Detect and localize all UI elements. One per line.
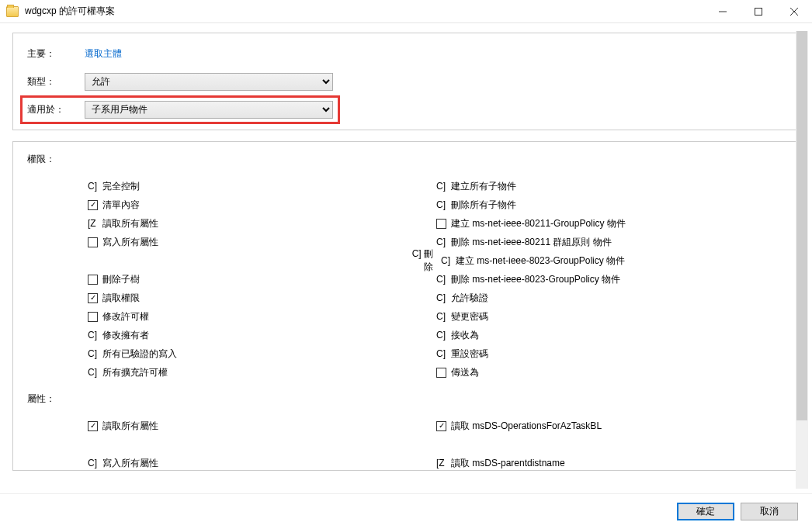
- checkbox-state[interactable]: C]: [441, 255, 451, 266]
- principal-label: 主要：: [27, 47, 85, 61]
- permission-item[interactable]: 寫入所有屬性: [88, 233, 436, 251]
- permission-text: 寫入所有屬性: [102, 457, 158, 470]
- permission-item[interactable]: C]刪除所有子物件: [436, 195, 785, 214]
- window-title: wdgcxp 的許可權專案: [25, 5, 705, 18]
- dialog-footer: 確定 取消: [0, 493, 812, 529]
- maximize-button[interactable]: [741, 0, 776, 23]
- permission-item[interactable]: C]刪除 ms-net-ieee-80211 群組原則 物件: [436, 233, 785, 251]
- permission-item[interactable]: C]建立所有子物件: [436, 177, 785, 195]
- applies-to-label: 適用於：: [27, 103, 85, 116]
- permission-text: 接收為: [451, 329, 479, 342]
- permission-text: 清單內容: [102, 199, 140, 212]
- permission-item[interactable]: [88, 251, 436, 270]
- attributes-label: 屬性：: [27, 392, 785, 406]
- permission-text: 刪除所有子物件: [451, 199, 516, 212]
- title-bar: wdgcxp 的許可權專案: [0, 0, 812, 23]
- checkbox-state[interactable]: C]: [436, 311, 446, 322]
- checkbox-state[interactable]: [Z: [436, 458, 446, 468]
- permission-text: 讀取 msDS-OperationsForAzTaskBL: [451, 420, 602, 433]
- permission-text: 重設密碼: [451, 347, 488, 361]
- permission-text: 修改許可權: [102, 310, 149, 323]
- permission-text: 刪除 ms-net-ieee-80211 群組原則 物件: [451, 236, 612, 249]
- permission-text: 修改擁有者: [102, 329, 149, 342]
- permission-item[interactable]: C]允許驗證: [436, 289, 785, 307]
- permission-item[interactable]: C]修改擁有者: [88, 326, 436, 344]
- permission-text: 所有已驗證的寫入: [102, 347, 177, 361]
- applies-to-highlight: 適用於： 子系用戶物件: [20, 95, 340, 124]
- type-label: 類型：: [27, 75, 85, 88]
- permission-item[interactable]: 讀取權限: [88, 289, 436, 307]
- header-panel: 主要： 選取主體 類型： 允許 適用於： 子系用戶物件: [12, 33, 800, 130]
- permission-item[interactable]: 讀取所有屬性: [88, 417, 436, 435]
- checkbox-state[interactable]: C]: [436, 274, 446, 285]
- permission-text: 建立所有子物件: [451, 180, 516, 193]
- permissions-label: 權限：: [27, 153, 785, 166]
- applies-to-select[interactable]: 子系用戶物件: [85, 101, 333, 119]
- attributes-grid: 讀取所有屬性C]寫入所有屬性 讀取 msDS-OperationsForAzTa…: [27, 417, 785, 471]
- permission-item[interactable]: C]重設密碼: [436, 344, 785, 363]
- permission-text: 讀取權限: [102, 292, 140, 305]
- permission-text: 傳送為: [451, 366, 479, 379]
- permission-text: 讀取所有屬性: [102, 217, 158, 230]
- permission-prefix: C] 刪除: [411, 247, 436, 274]
- checkbox-icon[interactable]: [88, 421, 98, 431]
- permission-text: 讀取所有屬性: [102, 420, 158, 433]
- permission-item[interactable]: C]所有擴充許可權: [88, 363, 436, 382]
- permission-item[interactable]: C]完全控制: [88, 177, 436, 195]
- permission-text: 寫入所有屬性: [102, 236, 158, 249]
- permission-item[interactable]: [436, 435, 785, 454]
- permission-item[interactable]: 讀取 msDS-OperationsForAzTaskBL: [436, 417, 785, 435]
- checkbox-state[interactable]: C]: [436, 348, 446, 359]
- ok-button[interactable]: 確定: [677, 503, 734, 520]
- checkbox-state[interactable]: C]: [88, 458, 98, 468]
- checkbox-icon[interactable]: [88, 312, 98, 322]
- permission-item[interactable]: C] 刪除C]建立 ms-net-ieee-8023-GroupPolicy 物…: [436, 251, 785, 270]
- scrollbar-thumb[interactable]: [796, 31, 807, 420]
- permission-item[interactable]: 建立 ms-net-ieee-80211-GroupPolicy 物件: [436, 214, 785, 233]
- checkbox-state[interactable]: C]: [436, 199, 446, 210]
- folder-icon: [6, 6, 19, 17]
- permission-item[interactable]: 清單內容: [88, 195, 436, 214]
- permission-text: 刪除 ms-net-ieee-8023-GroupPolicy 物件: [451, 273, 620, 286]
- checkbox-state[interactable]: C]: [436, 330, 446, 341]
- checkbox-icon[interactable]: [88, 237, 98, 247]
- permission-text: 建立 ms-net-ieee-8023-GroupPolicy 物件: [456, 254, 625, 268]
- permission-item[interactable]: C]刪除 ms-net-ieee-8023-GroupPolicy 物件: [436, 270, 785, 289]
- svg-rect-1: [755, 8, 762, 15]
- permission-text: 完全控制: [102, 180, 140, 193]
- permission-item[interactable]: 修改許可權: [88, 307, 436, 326]
- checkbox-state[interactable]: [Z: [88, 218, 98, 229]
- checkbox-state[interactable]: C]: [88, 367, 98, 378]
- vertical-scrollbar[interactable]: [796, 31, 808, 489]
- permission-item[interactable]: [Z讀取 msDS-parentdistname: [436, 454, 785, 471]
- checkbox-icon[interactable]: [88, 275, 98, 285]
- permission-text: 所有擴充許可權: [102, 366, 168, 379]
- permission-item[interactable]: 傳送為: [436, 363, 785, 382]
- permission-text: 建立 ms-net-ieee-80211-GroupPolicy 物件: [451, 217, 626, 230]
- permission-item[interactable]: C]寫入所有屬性: [88, 454, 436, 471]
- checkbox-state[interactable]: C]: [88, 181, 98, 192]
- checkbox-icon[interactable]: [88, 200, 98, 210]
- checkbox-state[interactable]: C]: [88, 330, 98, 341]
- permission-item[interactable]: [Z讀取所有屬性: [88, 214, 436, 233]
- close-button[interactable]: [776, 0, 812, 23]
- checkbox-icon[interactable]: [436, 421, 446, 431]
- checkbox-state[interactable]: C]: [436, 237, 446, 247]
- type-select[interactable]: 允許: [85, 73, 333, 91]
- select-principal-link[interactable]: 選取主體: [85, 47, 122, 61]
- checkbox-icon[interactable]: [88, 293, 98, 303]
- permission-item[interactable]: C]變更密碼: [436, 307, 785, 326]
- checkbox-icon[interactable]: [436, 368, 446, 378]
- permission-item[interactable]: [88, 435, 436, 454]
- permission-text: 允許驗證: [451, 292, 488, 305]
- checkbox-state[interactable]: C]: [88, 348, 98, 359]
- minimize-button[interactable]: [705, 0, 741, 23]
- permission-item[interactable]: C]接收為: [436, 326, 785, 344]
- checkbox-state[interactable]: C]: [436, 181, 446, 192]
- checkbox-state[interactable]: C]: [436, 292, 446, 303]
- checkbox-icon[interactable]: [436, 219, 446, 229]
- permissions-panel: 權限： C]完全控制清單內容[Z讀取所有屬性寫入所有屬性刪除子樹讀取權限修改許可…: [12, 141, 800, 471]
- cancel-button[interactable]: 取消: [741, 503, 798, 520]
- permission-item[interactable]: 刪除子樹: [88, 270, 436, 289]
- permission-item[interactable]: C]所有已驗證的寫入: [88, 344, 436, 363]
